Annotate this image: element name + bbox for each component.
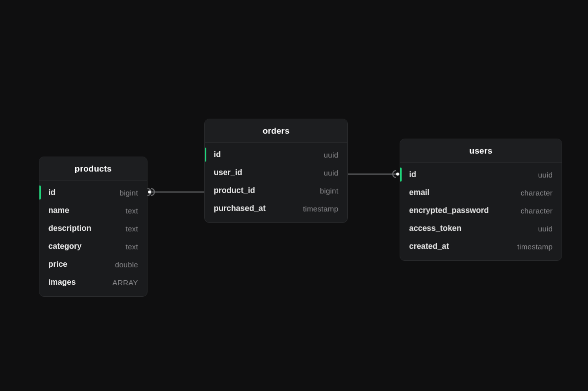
field-row-users-created-at[interactable]: created_at timestamp xyxy=(400,237,562,255)
table-body-orders: id uuid user_id uuid product_id bigint p… xyxy=(205,143,347,222)
table-body-users: id uuid email character encrypted_passwo… xyxy=(400,163,562,260)
field-type: uuid xyxy=(324,169,338,177)
field-name: id xyxy=(48,188,55,197)
field-type: text xyxy=(126,242,138,251)
field-row-orders-user-id[interactable]: user_id uuid xyxy=(205,164,347,182)
field-type: uuid xyxy=(538,171,553,179)
table-users[interactable]: users id uuid email character encrypted_… xyxy=(400,139,562,261)
field-row-users-encrypted-password[interactable]: encrypted_password character xyxy=(400,201,562,219)
field-type: bigint xyxy=(320,187,338,195)
field-type: text xyxy=(126,224,138,233)
field-name: images xyxy=(48,278,76,287)
table-products[interactable]: products id bigint name text description… xyxy=(39,157,147,297)
field-row-orders-product-id[interactable]: product_id bigint xyxy=(205,182,347,199)
relation-dot-products xyxy=(148,191,151,194)
table-orders[interactable]: orders id uuid user_id uuid product_id b… xyxy=(204,119,348,223)
field-name: purchased_at xyxy=(214,204,266,213)
table-body-products: id bigint name text description text cat… xyxy=(39,181,147,296)
field-type: uuid xyxy=(324,151,338,159)
field-type: ARRAY xyxy=(112,278,138,287)
field-type: timestamp xyxy=(303,204,338,213)
table-header-products[interactable]: products xyxy=(39,157,147,181)
field-row-products-description[interactable]: description text xyxy=(39,219,147,237)
field-row-orders-purchased-at[interactable]: purchased_at timestamp xyxy=(205,199,347,217)
field-name: id xyxy=(409,170,416,179)
diagram-canvas[interactable]: products id bigint name text description… xyxy=(0,0,588,391)
table-title-orders: orders xyxy=(213,126,339,136)
pk-indicator xyxy=(205,148,206,162)
field-name: encrypted_password xyxy=(409,206,489,215)
relation-cap-users xyxy=(393,171,396,178)
table-title-products: products xyxy=(47,164,139,174)
table-header-orders[interactable]: orders xyxy=(205,119,347,143)
relation-cap-products xyxy=(151,189,154,196)
field-type: bigint xyxy=(120,189,138,197)
field-name: description xyxy=(48,224,91,233)
field-name: product_id xyxy=(214,186,255,195)
table-title-users: users xyxy=(408,146,554,156)
field-row-users-access-token[interactable]: access_token uuid xyxy=(400,219,562,237)
field-name: price xyxy=(48,260,67,269)
field-row-orders-id[interactable]: id uuid xyxy=(205,146,347,164)
table-header-users[interactable]: users xyxy=(400,139,562,163)
field-name: access_token xyxy=(409,224,461,233)
field-row-users-id[interactable]: id uuid xyxy=(400,166,562,184)
field-type: text xyxy=(126,206,138,215)
field-type: timestamp xyxy=(517,242,553,251)
field-type: double xyxy=(115,260,138,269)
field-name: created_at xyxy=(409,242,449,251)
field-row-users-email[interactable]: email character xyxy=(400,184,562,201)
field-row-products-id[interactable]: id bigint xyxy=(39,184,147,201)
field-row-products-images[interactable]: images ARRAY xyxy=(39,273,147,291)
field-row-products-price[interactable]: price double xyxy=(39,255,147,273)
field-row-products-name[interactable]: name text xyxy=(39,201,147,219)
field-name: name xyxy=(48,206,69,215)
field-name: email xyxy=(409,188,430,197)
field-name: category xyxy=(48,242,82,251)
pk-indicator xyxy=(39,186,41,199)
field-name: id xyxy=(214,150,221,159)
pk-indicator xyxy=(400,168,402,182)
field-row-products-category[interactable]: category text xyxy=(39,237,147,255)
field-type: character xyxy=(521,189,553,197)
field-type: uuid xyxy=(538,224,553,233)
field-type: character xyxy=(521,206,553,215)
relation-dot-users xyxy=(396,173,399,176)
field-name: user_id xyxy=(214,168,242,177)
